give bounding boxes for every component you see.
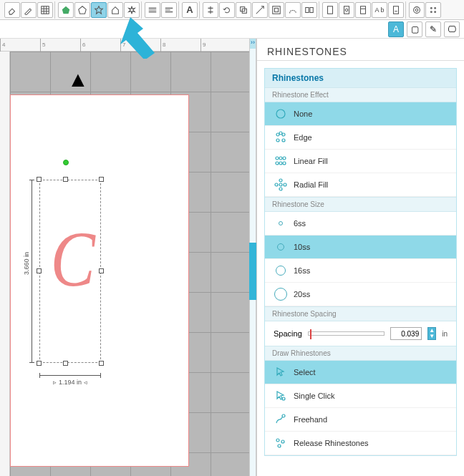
svg-point-33	[283, 162, 286, 165]
line-style-2-icon[interactable]	[161, 2, 177, 18]
design-page[interactable]: C 3.660 in ▹ 1.194 in ◃	[10, 94, 189, 467]
selection-box[interactable]: C 3.660 in ▹ 1.194 in ◃	[31, 171, 101, 371]
reveal-icon[interactable]	[339, 2, 354, 18]
svg-point-24	[282, 133, 285, 136]
draw-option[interactable]: Release Rhinestones	[265, 432, 456, 455]
pentagon-filled-icon[interactable]	[58, 2, 74, 18]
svg-point-32	[279, 162, 282, 165]
resize-handle[interactable]	[63, 361, 68, 366]
spacing-unit: in	[442, 330, 448, 338]
svg-point-15	[414, 6, 420, 13]
nest-icon[interactable]	[301, 2, 317, 18]
linear-icon	[274, 154, 288, 168]
spacing-slider[interactable]	[308, 331, 385, 336]
rhinestones-panel: RHINESTONES Rhinestones Rhinestone Effec…	[256, 39, 464, 476]
effect-option[interactable]: Edge	[265, 126, 456, 150]
spacing-stepper[interactable]: ▲▼	[427, 327, 436, 340]
svg-rect-7	[274, 8, 278, 11]
mat-arrow-icon: ▲	[67, 67, 89, 92]
canvas-area: 456789 ▲ C	[0, 39, 249, 476]
resize-handle[interactable]	[99, 361, 104, 366]
knife-icon[interactable]	[21, 2, 37, 18]
panel-edge-strip[interactable]: ››	[249, 39, 256, 476]
effect-option[interactable]: None	[265, 102, 456, 126]
svg-marker-2	[79, 6, 87, 14]
svg-point-34	[279, 183, 282, 186]
svg-point-41	[276, 439, 279, 442]
panel-title: RHINESTONES	[257, 39, 464, 61]
design-shape[interactable]: C	[51, 214, 95, 305]
draw-option[interactable]: Single Click	[265, 384, 456, 408]
replicate-icon[interactable]	[236, 2, 251, 18]
svg-point-28	[276, 157, 279, 160]
resize-handle[interactable]	[37, 361, 42, 366]
view-b-icon[interactable]: ▢	[407, 21, 422, 37]
size-option[interactable]: 16ss	[265, 259, 456, 283]
svg-point-16	[415, 9, 418, 11]
rhinestone-icon[interactable]	[409, 2, 425, 18]
home-icon[interactable]	[107, 2, 123, 18]
spacing-input[interactable]	[390, 327, 422, 340]
shape-burst-icon[interactable]	[124, 2, 140, 18]
sketch-icon[interactable]	[425, 2, 441, 18]
size-option[interactable]: 10ss	[265, 235, 456, 259]
svg-rect-9	[310, 7, 313, 12]
width-dimension: ▹ 1.194 in ◃	[39, 371, 101, 380]
draw-option[interactable]: Select	[265, 361, 456, 384]
ruler-horizontal: 456789	[0, 39, 249, 52]
effect-option[interactable]: Radial Fill	[265, 173, 456, 197]
svg-point-40	[282, 414, 285, 417]
page-3-icon[interactable]	[388, 2, 404, 18]
resize-handle[interactable]	[99, 177, 104, 182]
page-2-icon[interactable]	[355, 2, 371, 18]
spacing-row: Spacing ▲▼ in	[265, 321, 456, 346]
svg-marker-3	[95, 6, 103, 14]
svg-point-31	[276, 162, 279, 165]
pentagon-outline-icon[interactable]	[74, 2, 90, 18]
resize-handle[interactable]	[37, 177, 42, 182]
resize-handle[interactable]	[63, 177, 68, 182]
main-toolbar: AA b	[0, 0, 464, 20]
size-subtitle: Rhinestone Size	[265, 197, 456, 212]
line-style-icon[interactable]	[145, 2, 160, 18]
eraser-icon[interactable]	[4, 2, 20, 18]
cutting-mat[interactable]: ▲ C 3.660 in	[10, 52, 249, 476]
svg-point-25	[276, 139, 279, 142]
text-tool-icon[interactable]: A	[182, 2, 198, 18]
panel-section-header: Rhinestones	[265, 69, 456, 87]
size-option[interactable]: 6ss	[265, 212, 456, 235]
panel-collapse-icon[interactable]: ››	[250, 39, 256, 49]
secondary-toolbar: A▢✎🖵	[0, 20, 464, 39]
effect-option[interactable]: Linear Fill	[265, 150, 456, 173]
page-icon[interactable]	[322, 2, 338, 18]
view-d-icon[interactable]: 🖵	[444, 21, 460, 37]
svg-point-27	[279, 132, 282, 135]
compare-icon[interactable]: A b	[372, 2, 387, 18]
offset-icon[interactable]	[269, 2, 284, 18]
svg-point-17	[431, 7, 432, 9]
svg-point-29	[279, 157, 282, 160]
svg-point-38	[284, 183, 286, 186]
view-a-icon[interactable]: A	[388, 21, 404, 37]
align-icon[interactable]	[203, 2, 218, 18]
view-c-icon[interactable]: ✎	[425, 21, 441, 37]
free-icon	[274, 412, 288, 427]
rotate-icon[interactable]	[219, 2, 235, 18]
crosshatch-icon[interactable]	[37, 2, 53, 18]
draw-subtitle: Draw Rhinestones	[265, 346, 456, 361]
scale-icon[interactable]	[252, 2, 268, 18]
rotate-handle[interactable]	[63, 160, 69, 165]
svg-marker-1	[62, 6, 70, 14]
spacing-label: Spacing	[274, 329, 302, 338]
resize-handle[interactable]	[37, 268, 42, 273]
resize-handle[interactable]	[99, 268, 104, 273]
size-option[interactable]: 20ss	[265, 283, 456, 306]
edge-icon	[274, 130, 288, 145]
svg-point-42	[281, 440, 284, 443]
trace-icon[interactable]	[285, 2, 301, 18]
draw-option[interactable]: Freehand	[265, 408, 456, 432]
star-icon[interactable]	[91, 2, 107, 18]
svg-point-20	[435, 11, 436, 12]
svg-rect-11	[344, 6, 349, 14]
effect-subtitle: Rhinestone Effect	[265, 87, 456, 102]
